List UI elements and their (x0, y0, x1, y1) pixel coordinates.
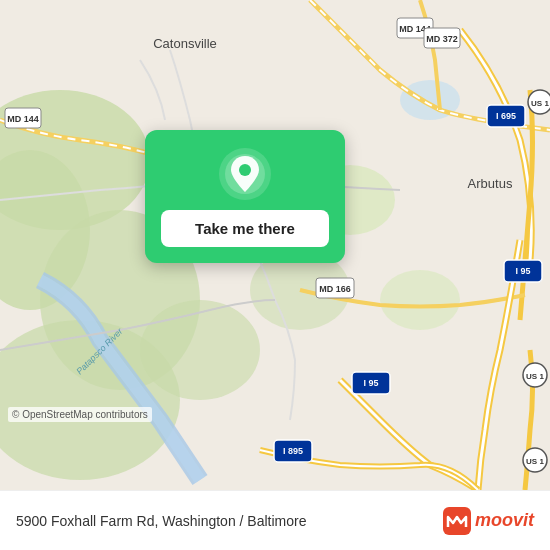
svg-text:I 95: I 95 (363, 378, 378, 388)
map-attribution: © OpenStreetMap contributors (8, 407, 152, 422)
svg-text:I 95: I 95 (515, 266, 530, 276)
take-me-there-button[interactable]: Take me there (161, 210, 329, 247)
svg-text:US 1: US 1 (526, 372, 544, 381)
svg-point-8 (380, 270, 460, 330)
moovit-logo: moovit (443, 507, 534, 535)
cta-card: Take me there (145, 130, 345, 263)
svg-text:MD 144: MD 144 (7, 114, 39, 124)
location-pin-icon (219, 148, 271, 200)
svg-point-5 (140, 300, 260, 400)
svg-text:I 695: I 695 (496, 111, 516, 121)
svg-text:Catonsville: Catonsville (153, 36, 217, 51)
bottom-bar: 5900 Foxhall Farm Rd, Washington / Balti… (0, 490, 550, 550)
address-label: 5900 Foxhall Farm Rd, Washington / Balti… (16, 513, 307, 529)
svg-text:US 1: US 1 (531, 99, 549, 108)
moovit-brand-icon (443, 507, 471, 535)
svg-point-37 (239, 164, 251, 176)
svg-text:I 895: I 895 (283, 446, 303, 456)
svg-text:MD 166: MD 166 (319, 284, 351, 294)
svg-text:US 1: US 1 (526, 457, 544, 466)
map-view: Patapsco River MD 144 MD 144 MD 372 I 69… (0, 0, 550, 490)
moovit-brand-name: moovit (475, 510, 534, 531)
svg-text:MD 372: MD 372 (426, 34, 458, 44)
svg-text:Arbutus: Arbutus (468, 176, 513, 191)
